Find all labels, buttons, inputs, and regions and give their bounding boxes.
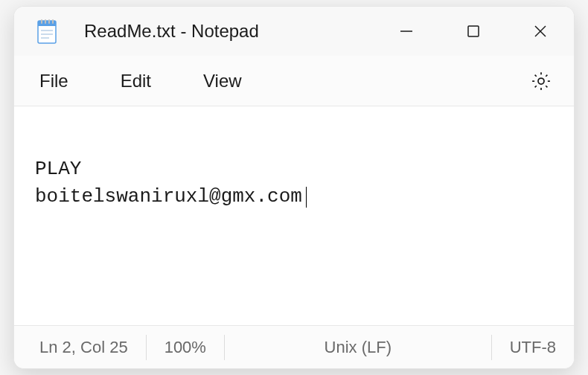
notepad-window: ReadMe.txt - Notepad File Edit [13,6,575,369]
window-title: ReadMe.txt - Notepad [84,21,259,42]
close-button[interactable] [507,7,574,56]
menubar: File Edit View [14,56,574,106]
svg-rect-4 [48,19,50,24]
status-encoding[interactable]: UTF-8 [492,335,574,360]
svg-rect-5 [52,19,54,24]
status-line-ending[interactable]: Unix (LF) [225,335,492,360]
minimize-button[interactable] [373,7,440,56]
maximize-icon [466,24,481,39]
close-icon [532,23,549,39]
svg-rect-3 [45,19,46,24]
gear-icon [530,70,552,92]
menu-file[interactable]: File [36,66,71,96]
maximize-button[interactable] [440,7,507,56]
text-editor-area[interactable]: PLAY boitelswaniruxl@gmx.com [14,106,574,325]
status-cursor-position[interactable]: Ln 2, Col 25 [14,335,147,360]
titlebar[interactable]: ReadMe.txt - Notepad [14,7,574,56]
minimize-icon [398,23,415,39]
window-controls [373,7,574,56]
statusbar: Ln 2, Col 25 100% Unix (LF) UTF-8 [14,325,574,368]
svg-rect-10 [468,26,479,36]
svg-point-13 [538,78,544,84]
status-zoom[interactable]: 100% [147,335,225,360]
svg-rect-2 [41,19,42,24]
editor-line-1: PLAY [35,158,81,180]
settings-button[interactable] [529,69,553,93]
menu-view[interactable]: View [200,66,245,96]
menu-edit[interactable]: Edit [118,66,154,96]
editor-line-2: boitelswaniruxl@gmx.com [35,185,302,208]
text-caret [306,187,307,208]
notepad-app-icon [35,17,59,45]
